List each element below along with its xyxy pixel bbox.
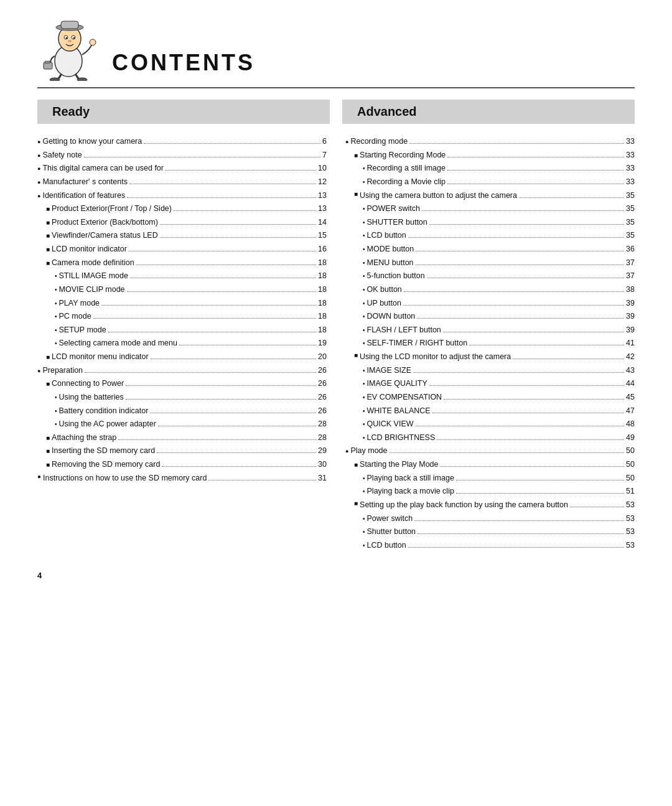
svg-point-6 xyxy=(66,37,68,39)
svg-point-7 xyxy=(73,37,75,39)
toc-item: ●Identification of features13 xyxy=(37,189,327,202)
toc-item: ■LCD monitor menu indicator20 xyxy=(37,350,327,363)
toc-item: ■Viewfinder/Camera status LED15 xyxy=(37,229,327,242)
left-column: ●Getting to know your camera6●Safety not… xyxy=(37,135,327,552)
toc-item: •WHITE BALANCE47 xyxy=(345,405,635,418)
toc-item: ●Play mode50 xyxy=(345,444,635,457)
toc-item: •FLASH / LEFT button39 xyxy=(345,324,635,337)
section-header-advanced: Advanced xyxy=(342,100,635,124)
page-title: CONTENTS xyxy=(112,50,255,81)
toc-item: •PC mode18 xyxy=(37,310,327,323)
toc-item: ■LCD monitor indicator16 xyxy=(37,243,327,256)
toc-item: •Power switch53 xyxy=(345,512,635,525)
toc-item: •MODE button36 xyxy=(345,243,635,256)
svg-rect-13 xyxy=(45,61,50,63)
svg-point-8 xyxy=(68,40,72,42)
toc-item: •SELF-TIMER / RIGHT button41 xyxy=(345,337,635,350)
toc-item: •EV COMPENSATION45 xyxy=(345,391,635,404)
mascot-icon xyxy=(37,19,100,81)
toc-item: ●Preparation26 xyxy=(37,364,327,377)
toc-item: •SHUTTER button35 xyxy=(345,216,635,229)
toc-item: ■Camera mode definition18 xyxy=(37,256,327,269)
toc-item: ●This digital camera can be used for10 xyxy=(37,162,327,175)
toc-item: •Selecting camera mode and menu19 xyxy=(37,337,327,350)
toc-item: •QUICK VIEW48 xyxy=(345,418,635,431)
toc-item: •IMAGE QUALITY44 xyxy=(345,377,635,390)
toc-item: ■Attaching the strap28 xyxy=(37,431,327,444)
toc-item: •SETUP mode18 xyxy=(37,324,327,337)
toc-item: •Playing back a movie clip51 xyxy=(345,485,635,498)
toc-item: •OK button38 xyxy=(345,283,635,296)
toc-item: ■Product Exterior (Back/bottom)14 xyxy=(37,216,327,229)
toc-item: ●Manufacturer' s contents12 xyxy=(37,176,327,189)
toc-item: ■Removing the SD memory card30 xyxy=(37,458,327,471)
svg-point-10 xyxy=(50,78,60,81)
svg-point-9 xyxy=(90,39,96,45)
toc-item: •MENU button37 xyxy=(345,256,635,269)
toc-item: •Battery condition indicator26 xyxy=(37,405,327,418)
toc-item: •Shutter button53 xyxy=(345,525,635,538)
svg-rect-3 xyxy=(61,21,78,29)
toc-item: •MOVIE CLIP mode18 xyxy=(37,283,327,296)
section-header-ready: Ready xyxy=(37,100,330,124)
toc-item: •Playing back a still image50 xyxy=(345,472,635,485)
toc-item: ■Connecting to Power26 xyxy=(37,377,327,390)
toc-item: ■Product Exterior(Front / Top / Side)13 xyxy=(37,202,327,215)
page-number: 4 xyxy=(37,571,635,580)
toc-item: ■Starting the Play Mode50 xyxy=(345,458,635,471)
toc-columns: ●Getting to know your camera6●Safety not… xyxy=(37,135,635,552)
toc-item: ■Inserting the SD memory card29 xyxy=(37,444,327,457)
toc-item: •PLAY mode18 xyxy=(37,297,327,310)
section-headers: Ready Advanced xyxy=(37,100,635,124)
toc-item: •IMAGE SIZE43 xyxy=(345,364,635,377)
toc-item: ●Recording mode33 xyxy=(345,135,635,148)
toc-item: •Using the batteries26 xyxy=(37,391,327,404)
toc-item: •LCD button35 xyxy=(345,229,635,242)
right-column: ●Recording mode33■Starting Recording Mod… xyxy=(345,135,635,552)
page-header: CONTENTS xyxy=(37,19,635,81)
toc-item: •STILL IMAGE mode18 xyxy=(37,269,327,283)
toc-item: ■Starting Recording Mode33 xyxy=(345,149,635,162)
toc-item: •Recording a Movie clip33 xyxy=(345,176,635,189)
toc-item: •Recording a still image33 xyxy=(345,162,635,175)
svg-point-11 xyxy=(77,78,87,81)
toc-item: •LCD button53 xyxy=(345,539,635,552)
toc-item: •5-function button37 xyxy=(345,269,635,283)
toc-item: •POWER switch35 xyxy=(345,202,635,215)
toc-item: •DOWN button39 xyxy=(345,310,635,323)
toc-item: •UP button39 xyxy=(345,297,635,310)
toc-item: ●Getting to know your camera6 xyxy=(37,135,327,148)
toc-item: •LCD BRIGHTNESS49 xyxy=(345,431,635,444)
toc-item: •Using the AC power adapter28 xyxy=(37,418,327,431)
header-divider xyxy=(37,87,635,88)
toc-item: ●Safety note7 xyxy=(37,149,327,162)
